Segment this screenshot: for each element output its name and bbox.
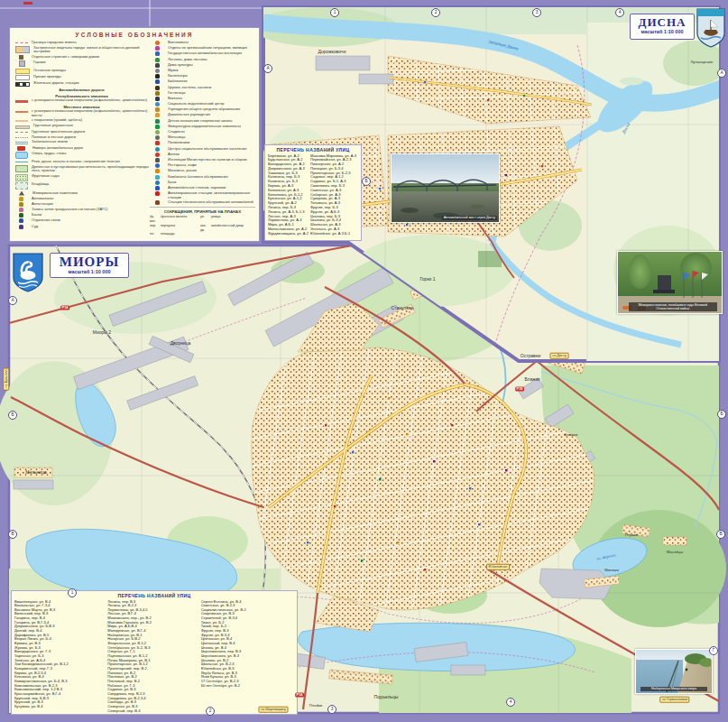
legend-item: Прочие проезды (14, 75, 150, 80)
abbr-term: пер. (150, 224, 161, 232)
bank-icon (19, 213, 23, 218)
miory-scale: масштаб 1:10 000 (51, 269, 128, 274)
cafe-icon (155, 163, 160, 168)
school-icon (155, 107, 160, 112)
sportschool-icon (155, 119, 160, 124)
monument-icon (19, 191, 24, 196)
abbr-term: хоз. дв. (200, 224, 211, 232)
drive-other-icon (15, 75, 30, 80)
grid-marker: В (716, 530, 725, 539)
abbr-full: хозяйственный двор (211, 224, 251, 232)
legend-item-label: Мельницы (168, 135, 186, 140)
map-sheet: УСЛОВНЫЕ ОБОЗНАЧЕНИЯ Границы городских з… (0, 0, 728, 722)
legend-item: Библиотеки (150, 79, 255, 84)
legend-item-label: Банки (32, 213, 41, 218)
legend-item: Детско-юношеские спортивные школы (150, 119, 255, 124)
railway-icon (15, 82, 30, 87)
photo-caption: Набережная Миорского озера (640, 687, 707, 691)
legend-item-label: Отделы по чрезвычайным ситуациям, милици… (168, 46, 247, 51)
settlement-label: Мельница (25, 469, 47, 475)
legend-item: Дошкольные учреждения (150, 113, 255, 117)
legend-item: Аптеки (150, 153, 255, 157)
settlement-label: Луначарское (691, 60, 714, 64)
legend-item-label: Станции технического обслуживания автомо… (168, 200, 253, 205)
legend-panel: УСЛОВНЫЕ ОБОЗНАЧЕНИЯ Границы городских з… (9, 27, 260, 242)
legend-item: Железные дороги, станции (14, 81, 150, 87)
road-number-badge: Р14 (295, 693, 304, 698)
road-field-icon (15, 137, 28, 138)
legend-item-label: Аптеки (168, 153, 180, 157)
legend-item-label: Инспекции Министерства по налогам и сбор… (168, 158, 247, 162)
kbo-icon (155, 175, 160, 180)
legend-column-left: Границы городских земельЗастроенные квар… (14, 41, 150, 236)
grid-marker: А (8, 296, 17, 305)
legend-section-header: Автомобильные дороги (14, 88, 150, 92)
abbreviations-box: СОКРАЩЕНИЯ, ПРИНЯТЫЕ НА ПЛАНАХ бр. мог. … (150, 207, 255, 236)
settlement-label: Горки 1 (419, 276, 435, 282)
abbr-term: бр. мог. (150, 215, 161, 223)
abbr-full: братская могила (161, 215, 200, 223)
garden-icon (15, 174, 28, 181)
legend-item-label: Грунтовые улучшенные (33, 124, 73, 128)
legend-column-right: ВоенкоматыОтделы по чрезвычайным ситуаци… (150, 41, 255, 236)
pharmacy-icon (155, 153, 160, 157)
legend-item: Реки, ручьи, каналы и канавы, направлени… (14, 160, 150, 164)
abbreviations-title: СОКРАЩЕНИЯ, ПРИНЯТЫЕ НА ПЛАНАХ (150, 209, 255, 214)
legend-item-label: Мемориальные памятники (32, 191, 78, 196)
legend-item: Станции технического обслуживания автомо… (150, 200, 255, 205)
settlement-label: Подъельцы (374, 694, 399, 699)
legend-item: Древесная и кустарниковая растительность… (14, 165, 150, 173)
settlement-label: Миоры 2 (93, 329, 111, 335)
disna-title: ДИСНА (631, 16, 694, 29)
shop-icon (155, 169, 160, 173)
forest-icon (15, 165, 28, 172)
legend-item-label: Железные дороги, станции (33, 81, 78, 86)
grid-marker: 3 (532, 8, 541, 17)
legend-item-label: Рестораны, кафе (168, 163, 197, 168)
legend-item: Гостиницы (150, 91, 255, 96)
settlement-label: Милюки (604, 568, 619, 572)
photo-lake-promenade: Набережная Миорского озера (635, 649, 713, 694)
settlement-label: Дорожковичи (318, 49, 346, 54)
mil-icon (155, 41, 160, 45)
grid-marker: Б (717, 410, 726, 419)
legend-item-label: Учреждения общего среднего образования (168, 107, 240, 112)
legend-item: Государственная автомобильная инспекция (150, 51, 255, 56)
stadium-icon (155, 130, 160, 134)
court-icon (19, 225, 23, 229)
legend-title: УСЛОВНЫЕ ОБОЗНАЧЕНИЯ (14, 32, 255, 38)
polyclinic-icon (155, 141, 160, 145)
road-dirt-icon (15, 132, 28, 133)
legend-item: Мельницы (150, 135, 255, 140)
photo-war-memorial: Мемориал воинам, погибшим в годы Великой… (617, 251, 723, 314)
road-grv-icon (15, 120, 28, 123)
legend-item: Инспекции Министерства по налогам и сбор… (150, 158, 255, 162)
flags-drawing (678, 269, 709, 300)
legend-item-label: Границы городских земель (32, 41, 77, 45)
miory-title: МИОРЫ (51, 255, 128, 269)
legend-item: Мемориальные памятники (14, 191, 150, 196)
mill-icon (155, 135, 160, 140)
legend-item: Лесхозы, дома лесника (150, 58, 255, 62)
cemetery-icon (15, 182, 28, 190)
legend-item: Отделения связи (14, 218, 150, 223)
legend-item-label: Номера автомобильных дорог (32, 146, 84, 151)
road-direction-sign: на Германовичи (659, 697, 689, 703)
legend-item: Центры социального обслуживания населени… (150, 147, 255, 152)
legend-item-label: Автозаправочные станции, автогазозаправо… (168, 191, 255, 199)
legend-item-label: Магазины, рынки (168, 169, 197, 173)
social-icon (155, 147, 160, 152)
museum-icon (155, 69, 160, 73)
legend-item-label: Церкви, костёлы, часовни (168, 86, 211, 90)
abbr-full: площадь (161, 232, 200, 236)
building-icon (19, 55, 23, 60)
settlement-label: Плойки (309, 703, 322, 708)
settlement-label: Блажки (524, 376, 539, 382)
legend-item-label: с усовершенствованным покрытием (асфальт… (32, 98, 147, 103)
disna-street-column: Берёзовая, ул. А-2Будславская, ул. А-2Во… (268, 154, 310, 236)
settlement-label: Блажки (565, 432, 577, 437)
legend-item: Рестораны, кафе (150, 163, 255, 168)
legend-item-label: Музеи (168, 69, 179, 73)
disna-title-block: ДИСНА масштаб 1:10 000 (630, 14, 695, 40)
legend-item: Физкультурно-оздоровительные комплексы (150, 125, 255, 129)
